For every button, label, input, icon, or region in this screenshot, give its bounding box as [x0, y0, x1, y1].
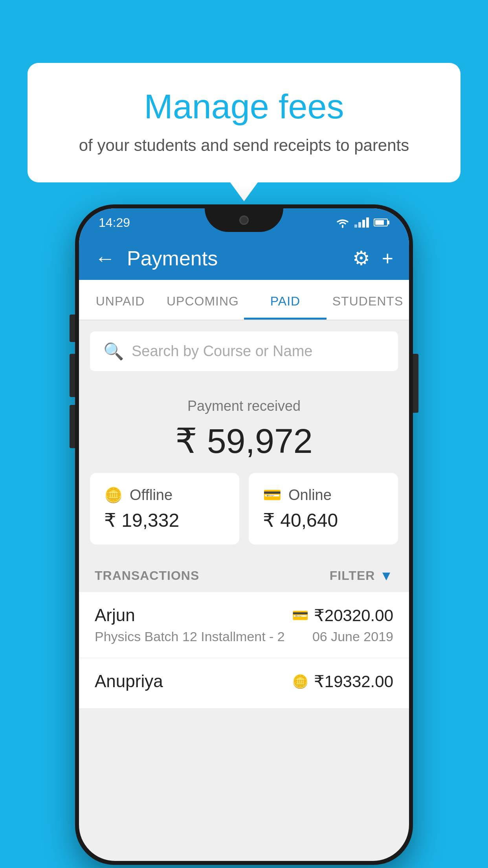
offline-label: Offline: [130, 487, 172, 504]
search-icon: 🔍: [103, 342, 124, 361]
speech-bubble: Manage fees of your students and send re…: [28, 63, 460, 182]
tab-students[interactable]: STUDENTS: [327, 280, 409, 320]
amount-area-anupriya: 🪙 ₹19332.00: [292, 672, 393, 691]
search-placeholder: Search by Course or Name: [132, 343, 312, 360]
search-bar[interactable]: 🔍 Search by Course or Name: [90, 331, 398, 371]
tab-paid[interactable]: PAID: [244, 280, 327, 320]
offline-card-header: 🪙 Offline: [104, 486, 225, 504]
online-pay-icon: 💳: [292, 607, 308, 623]
payment-amount: ₹ 59,972: [79, 421, 409, 461]
status-bar: 14:29: [79, 208, 409, 237]
transactions-label: TRANSACTIONS: [95, 568, 199, 583]
online-icon: 💳: [263, 486, 281, 504]
back-button[interactable]: ←: [95, 246, 115, 270]
phone-outer: 14:29: [75, 204, 413, 865]
notch: [205, 208, 283, 232]
student-name-arjun: Arjun: [95, 605, 135, 625]
offline-card: 🪙 Offline ₹ 19,332: [90, 473, 239, 544]
bubble-subtitle: of your students and send receipts to pa…: [59, 136, 429, 155]
online-label: Online: [288, 487, 332, 504]
toolbar-icons: ⚙ +: [352, 247, 393, 270]
wifi-icon: [336, 217, 350, 228]
date-arjun: 06 June 2019: [312, 629, 393, 644]
side-button-volume-up: [70, 354, 75, 397]
payment-cards: 🪙 Offline ₹ 19,332 💳 Online ₹ 40,640: [79, 473, 409, 557]
side-button-power: [70, 314, 75, 342]
add-icon[interactable]: +: [382, 247, 393, 270]
transaction-row: Arjun 💳 ₹20320.00 Physics Batch 12 Insta…: [79, 592, 409, 658]
transaction-row-anupriya: Anupriya 🪙 ₹19332.00: [79, 658, 409, 709]
offline-amount: ₹ 19,332: [104, 509, 225, 531]
transaction-bottom-arjun: Physics Batch 12 Installment - 2 06 June…: [95, 629, 393, 644]
camera: [239, 215, 249, 225]
transaction-top-anupriya: Anupriya 🪙 ₹19332.00: [95, 671, 393, 691]
battery-icon: [374, 219, 389, 226]
settings-icon[interactable]: ⚙: [352, 247, 370, 270]
offline-icon: 🪙: [104, 486, 123, 504]
filter-button[interactable]: FILTER ▼: [330, 568, 393, 583]
side-button-volume-down: [70, 405, 75, 448]
amount-anupriya: ₹19332.00: [314, 672, 393, 691]
tabs: UNPAID UPCOMING PAID STUDENTS: [79, 280, 409, 320]
phone-wrapper: 14:29: [75, 204, 413, 865]
signal-icon: [354, 217, 369, 228]
online-card-header: 💳 Online: [263, 486, 384, 504]
filter-label: FILTER: [330, 568, 375, 583]
online-card: 💳 Online ₹ 40,640: [249, 473, 398, 544]
transaction-top-arjun: Arjun 💳 ₹20320.00: [95, 605, 393, 625]
toolbar: ← Payments ⚙ +: [79, 237, 409, 280]
bubble-title: Manage fees: [59, 86, 429, 127]
payment-received-section: Payment received ₹ 59,972: [79, 382, 409, 473]
amount-area-arjun: 💳 ₹20320.00: [292, 606, 393, 625]
payment-label: Payment received: [79, 398, 409, 414]
offline-pay-icon: 🪙: [292, 673, 308, 689]
phone-screen: 14:29: [79, 208, 409, 861]
student-name-anupriya: Anupriya: [95, 671, 163, 691]
tab-unpaid[interactable]: UNPAID: [79, 280, 161, 320]
toolbar-title: Payments: [127, 246, 352, 270]
course-arjun: Physics Batch 12 Installment - 2: [95, 629, 285, 644]
filter-icon: ▼: [380, 568, 393, 583]
tab-upcoming[interactable]: UPCOMING: [161, 280, 244, 320]
amount-arjun: ₹20320.00: [314, 606, 393, 625]
speech-bubble-container: Manage fees of your students and send re…: [28, 63, 460, 182]
status-icons: [336, 217, 389, 228]
transactions-header: TRANSACTIONS FILTER ▼: [79, 557, 409, 592]
status-time: 14:29: [99, 215, 130, 230]
online-amount: ₹ 40,640: [263, 509, 384, 531]
side-button-right: [413, 354, 418, 413]
